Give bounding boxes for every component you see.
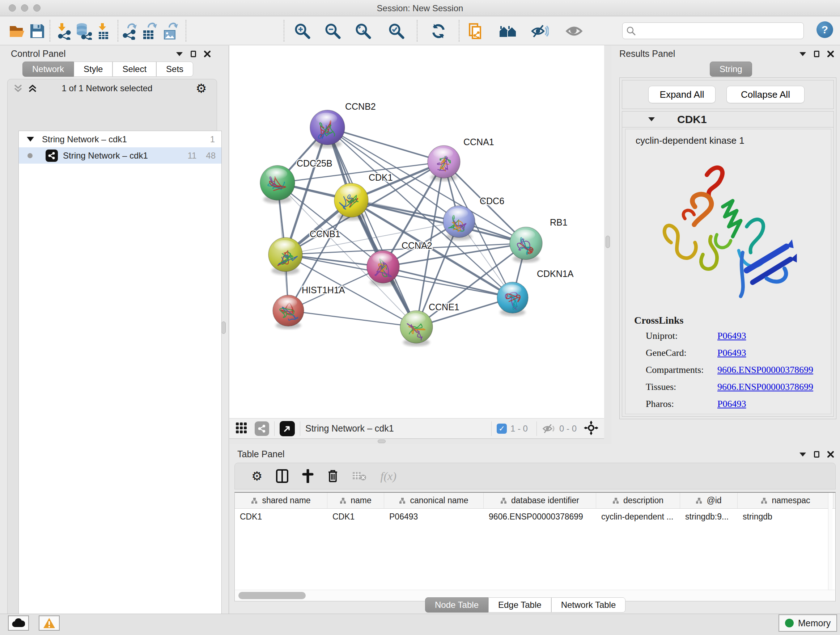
table-cell[interactable]: cyclin-dependent ... [596,509,680,524]
column-header-namespac[interactable]: namespac [737,493,834,508]
tab-edge-table[interactable]: Edge Table [488,597,551,613]
collection-expander-icon[interactable] [27,137,34,141]
column-header-canonical-name[interactable]: canonical name [384,493,484,508]
string-view-button[interactable] [255,421,269,436]
gene-expander-icon[interactable] [648,117,655,121]
tab-network[interactable]: Network [22,62,74,77]
import-network-file-button[interactable] [54,21,74,42]
import-table-button[interactable] [93,21,114,42]
network-canvas[interactable]: CCNB2CCNA1CDC25BCDK1CDC6RB1CCNB1CCNA2CDK… [229,45,604,418]
panel-menu-icon[interactable] [799,52,806,56]
table-cell[interactable]: stringdb [737,509,834,524]
float-panel-icon[interactable] [191,51,196,57]
float-panel-icon[interactable] [814,451,819,458]
refresh-view-button[interactable] [428,21,449,42]
show-all-button[interactable] [564,21,584,42]
network-node-CCNB2[interactable] [310,110,345,148]
add-column-button[interactable] [302,469,314,483]
export-table-button[interactable] [139,21,159,42]
function-builder-button[interactable]: f(x) [380,470,396,483]
crosslink-link[interactable]: 9606.ENSP00000378699 [717,364,813,375]
zoom-out-button[interactable] [322,21,343,42]
left-splitter-handle[interactable] [221,321,226,334]
zoom-selected-button[interactable] [386,21,407,42]
clone-network-button[interactable] [466,21,486,42]
column-header-database-identifier[interactable]: database identifier [484,493,596,508]
crosslink-link[interactable]: P06493 [717,348,746,358]
network-node-CDC25B[interactable] [260,165,295,203]
table-row[interactable]: CDK1CDK1P064939606.ENSP00000378699cyclin… [235,509,835,524]
bottom-splitter-handle[interactable] [378,440,386,443]
crosslink-link[interactable]: P06493 [717,331,746,341]
tab-sets[interactable]: Sets [156,62,193,77]
table-cell[interactable]: CDK1 [327,509,384,524]
panel-menu-icon[interactable] [799,453,806,456]
network-node-CDC6[interactable] [443,206,475,241]
cloud-status-button[interactable] [8,616,29,631]
network-node-CCNB1[interactable] [268,238,302,275]
hscroll-thumb[interactable] [238,592,306,599]
close-panel-icon[interactable] [204,51,210,57]
grid-view-button[interactable] [236,423,247,435]
tab-select[interactable]: Select [112,62,156,77]
save-session-button[interactable] [27,21,48,42]
crosslink-link[interactable]: 9606.ENSP00000378699 [717,382,813,393]
delete-column-button[interactable] [327,469,338,483]
tab-style[interactable]: Style [74,62,112,77]
help-button[interactable]: ? [816,21,833,38]
table-cell[interactable]: CDK1 [235,509,327,524]
birdseye-view-button[interactable] [279,421,295,436]
panel-menu-icon[interactable] [176,52,183,56]
network-graph[interactable]: CCNB2CCNA1CDC25BCDK1CDC6RB1CCNB1CCNA2CDK… [229,45,604,418]
network-edge[interactable] [383,267,513,298]
collapse-all-button[interactable]: Collapse All [726,86,805,103]
zoom-in-button[interactable] [292,21,313,42]
column-header-@id[interactable]: @id [680,493,737,508]
network-row[interactable]: String Network – cdk1 11 48 [19,147,221,164]
import-network-database-button[interactable] [73,21,94,42]
expand-all-networks-button[interactable] [28,84,37,95]
search-input[interactable] [636,26,795,36]
open-session-button[interactable] [6,21,27,42]
memory-button[interactable]: Memory [778,614,837,632]
expand-all-button[interactable]: Expand All [648,86,715,103]
network-node-CCNE1[interactable] [400,310,433,347]
network-node-RB1[interactable] [510,227,542,263]
right-splitter-handle[interactable] [606,236,610,248]
export-network-button[interactable] [119,21,140,42]
network-edge[interactable] [327,127,444,162]
network-collection-row[interactable]: String Network – cdk1 1 [19,131,221,147]
network-node-CCNA2[interactable] [367,250,399,287]
tab-network-table[interactable]: Network Table [551,597,626,613]
column-header-description[interactable]: description [596,493,680,508]
table-cell[interactable]: stringdb:9... [680,509,737,524]
network-node-HIST1H1A[interactable] [273,295,304,329]
show-columns-button[interactable] [276,469,288,483]
network-edge[interactable] [288,310,416,327]
home-layout-button[interactable] [497,21,518,42]
collapse-all-networks-button[interactable] [13,84,23,95]
column-header-name[interactable]: name [327,493,384,508]
hide-selected-button[interactable] [529,21,550,42]
float-panel-icon[interactable] [814,51,819,57]
table-vertical-scrollbar[interactable] [828,493,832,590]
network-node-CCNA1[interactable] [428,146,460,181]
close-panel-icon[interactable] [827,451,834,458]
table-cell[interactable]: 9606.ENSP00000378699 [484,509,596,524]
export-image-button[interactable] [159,21,180,42]
table-options-gear-button[interactable]: ⚙ [251,470,262,482]
table-cell[interactable]: P06493 [384,509,484,524]
gene-section-header[interactable]: CDK1 [622,111,834,127]
fit-content-button[interactable] [584,421,598,437]
column-header-shared-name[interactable]: shared name [235,493,327,508]
close-panel-icon[interactable] [827,51,834,57]
zoom-fit-button[interactable] [353,21,374,42]
warnings-button[interactable] [39,616,60,631]
network-node-CDK1[interactable] [334,183,368,220]
tab-string[interactable]: String [710,62,752,77]
selected-checkbox[interactable]: ✓ [497,424,507,434]
delete-table-button[interactable] [352,470,366,481]
network-node-CDKN1A[interactable] [497,282,528,316]
network-options-gear-button[interactable]: ⚙ [196,82,207,95]
crosslink-link[interactable]: P06493 [717,399,746,409]
